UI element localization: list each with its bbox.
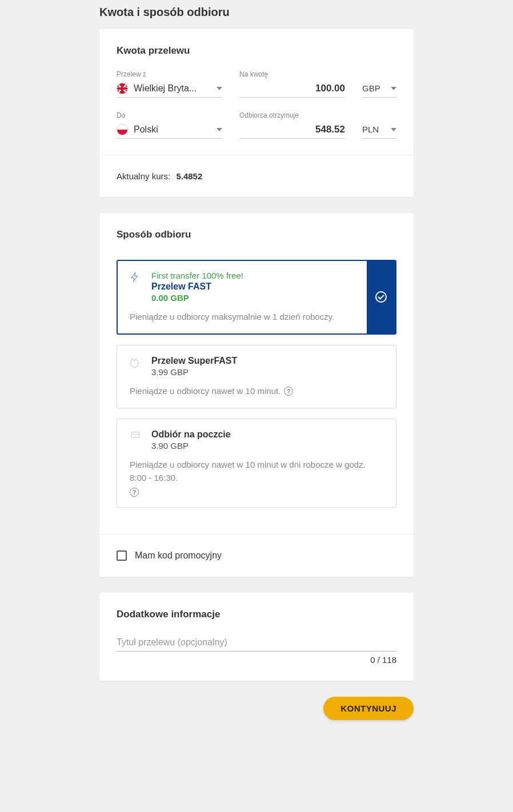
option-desc: Pieniądze u odbiorcy maksymalnie w 1 dzi… — [130, 311, 383, 324]
delivery-option[interactable]: First transfer 100% free! Przelew FAST 0… — [117, 260, 396, 335]
from-country-name: Wielkiej Bryta... — [134, 83, 213, 94]
delivery-section-title: Sposób odbioru — [117, 229, 396, 240]
amount-section-title: Kwota przelewu — [117, 45, 396, 57]
extra-section-title: Dodatkowe informacje — [117, 609, 396, 620]
chevron-down-icon — [391, 87, 396, 90]
envelope-icon — [130, 431, 142, 442]
delivery-option[interactable]: Odbiór na poczcie 3.90 GBP Pieniądze u o… — [117, 419, 396, 508]
amount-card: Kwota przelewu Przelew z Wielkiej Bryta.… — [99, 29, 414, 197]
option-desc: Pieniądze u odbiorcy nawet w 10 minut w … — [130, 459, 383, 497]
from-label: Przelew z — [117, 70, 222, 78]
pl-flag-icon — [117, 124, 128, 135]
bolt-icon — [130, 272, 142, 284]
delivery-option[interactable]: Przelew SuperFAST 3.99 GBP Pieniądze u o… — [117, 345, 396, 409]
rate-line: Aktualny kurs: 5.4852 — [117, 171, 396, 181]
receive-amount-input[interactable] — [239, 124, 345, 135]
transfer-title-input[interactable] — [117, 634, 396, 652]
svg-rect-0 — [131, 432, 139, 437]
option-desc: Pieniądze u odbiorcy nawet w 10 minut.? — [130, 385, 383, 398]
to-country-select[interactable]: Polski — [117, 123, 222, 139]
from-country-select[interactable]: Wielkiej Bryta... — [117, 82, 222, 98]
promo-code-checkbox[interactable]: Mam kod promocyjny — [117, 550, 396, 561]
rate-label: Aktualny kurs: — [117, 171, 170, 181]
receive-currency-select[interactable]: PLN — [362, 123, 396, 139]
fire-icon — [130, 357, 142, 371]
option-name: Przelew FAST — [151, 282, 360, 292]
send-amount-input[interactable] — [239, 83, 345, 94]
option-name: Odbiór na poczcie — [151, 429, 360, 440]
chevron-down-icon — [391, 128, 396, 131]
amount-label: Na kwotę — [239, 70, 345, 78]
page-title: Kwota i sposób odbioru — [99, 6, 414, 19]
chevron-down-icon — [217, 87, 222, 90]
promo-code-label: Mam kod promocyjny — [135, 550, 222, 561]
to-label: Do — [117, 111, 222, 119]
send-currency-select[interactable]: GBP — [362, 82, 396, 98]
rate-value: 5.4852 — [176, 171, 202, 181]
option-price: 3.99 GBP — [151, 367, 360, 377]
continue-button[interactable]: KONTYNUUJ — [323, 697, 414, 720]
option-promo: First transfer 100% free! — [151, 271, 360, 280]
check-icon — [375, 291, 387, 303]
receive-currency: PLN — [362, 124, 387, 134]
option-name: Przelew SuperFAST — [151, 356, 360, 366]
checkbox-icon — [117, 550, 127, 561]
char-counter: 0 / 118 — [117, 655, 396, 665]
uk-flag-icon — [117, 83, 128, 94]
receive-label: Odbiorca otrzymuje — [239, 111, 345, 119]
help-icon[interactable]: ? — [284, 387, 293, 396]
delivery-card: Sposób odbioru First transfer 100% free!… — [99, 213, 414, 577]
to-country-name: Polski — [134, 124, 213, 135]
extra-info-card: Dodatkowe informacje 0 / 118 — [99, 593, 414, 681]
selected-indicator — [367, 261, 395, 333]
option-price: 3.90 GBP — [151, 441, 360, 451]
send-currency: GBP — [362, 83, 387, 93]
help-icon[interactable]: ? — [130, 488, 139, 497]
option-price: 0.00 GBP — [151, 293, 360, 303]
chevron-down-icon — [217, 128, 222, 131]
